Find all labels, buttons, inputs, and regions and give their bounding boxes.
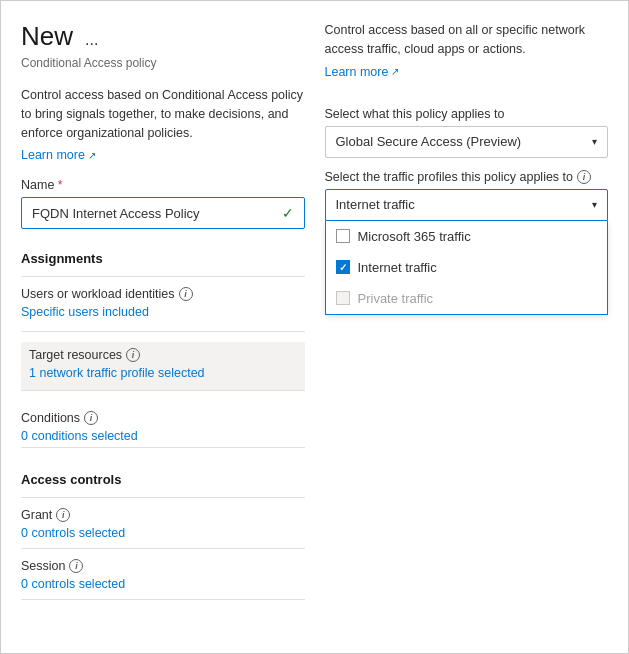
access-controls-divider bbox=[21, 447, 305, 448]
grant-label: Grant i bbox=[21, 508, 305, 522]
target-info-icon[interactable]: i bbox=[126, 348, 140, 362]
grant-value-link[interactable]: 0 controls selected bbox=[21, 526, 305, 540]
bottom-divider bbox=[21, 599, 305, 600]
ellipsis-menu[interactable]: ... bbox=[85, 31, 98, 49]
target-label: Target resources i bbox=[29, 348, 297, 362]
left-description: Control access based on Conditional Acce… bbox=[21, 86, 305, 142]
access-controls-section: Access controls Grant i 0 controls selec… bbox=[21, 468, 305, 610]
target-divider bbox=[21, 331, 305, 332]
traffic-dropdown[interactable]: Internet traffic ▾ bbox=[325, 189, 609, 221]
users-section: Users or workload identities i Specific … bbox=[21, 287, 305, 323]
session-section: Session i 0 controls selected bbox=[21, 559, 305, 591]
target-section: Target resources i 1 network traffic pro… bbox=[21, 342, 305, 390]
required-indicator: * bbox=[58, 178, 63, 192]
microsoft-365-traffic-option[interactable]: Microsoft 365 traffic bbox=[326, 221, 608, 252]
assignments-title: Assignments bbox=[21, 247, 305, 266]
name-field-label: Name * bbox=[21, 178, 305, 192]
right-learn-more-link[interactable]: Learn more ↗ bbox=[325, 65, 609, 79]
conditions-label: Conditions i bbox=[21, 411, 305, 425]
applies-to-chevron-icon: ▾ bbox=[592, 136, 597, 147]
page-title: New bbox=[21, 21, 73, 52]
traffic-chevron-icon: ▾ bbox=[592, 199, 597, 210]
internet-traffic-option[interactable]: Internet traffic bbox=[326, 252, 608, 283]
right-description: Control access based on all or specific … bbox=[325, 21, 609, 59]
left-panel: New ... Conditional Access policy Contro… bbox=[21, 21, 305, 643]
session-info-icon[interactable]: i bbox=[69, 559, 83, 573]
users-value-link[interactable]: Specific users included bbox=[21, 305, 305, 319]
private-traffic-checkbox bbox=[336, 291, 350, 305]
valid-checkmark-icon: ✓ bbox=[282, 205, 294, 221]
left-learn-more-link[interactable]: Learn more ↗ bbox=[21, 148, 305, 162]
grant-info-icon[interactable]: i bbox=[56, 508, 70, 522]
right-external-link-icon: ↗ bbox=[391, 66, 399, 77]
external-link-icon: ↗ bbox=[88, 150, 96, 161]
right-panel: Control access based on all or specific … bbox=[325, 21, 609, 643]
microsoft-365-checkbox[interactable] bbox=[336, 229, 350, 243]
session-label: Session i bbox=[21, 559, 305, 573]
conditions-section: Conditions i 0 conditions selected bbox=[21, 411, 305, 447]
traffic-dropdown-menu: Microsoft 365 traffic Internet traffic P… bbox=[325, 221, 609, 315]
session-divider bbox=[21, 548, 305, 549]
assignments-divider bbox=[21, 276, 305, 277]
traffic-info-icon[interactable]: i bbox=[577, 170, 591, 184]
applies-to-label: Select what this policy applies to bbox=[325, 107, 609, 121]
grant-divider bbox=[21, 497, 305, 498]
users-info-icon[interactable]: i bbox=[179, 287, 193, 301]
private-traffic-option: Private traffic bbox=[326, 283, 608, 314]
name-input[interactable]: FQDN Internet Access Policy ✓ bbox=[21, 197, 305, 229]
traffic-profiles-label: Select the traffic profiles this policy … bbox=[325, 170, 609, 184]
conditions-divider bbox=[21, 390, 305, 391]
target-value-link[interactable]: 1 network traffic profile selected bbox=[29, 366, 297, 380]
applies-to-dropdown[interactable]: Global Secure Access (Preview) ▾ bbox=[325, 126, 609, 158]
users-label: Users or workload identities i bbox=[21, 287, 305, 301]
grant-section: Grant i 0 controls selected bbox=[21, 508, 305, 540]
access-controls-title: Access controls bbox=[21, 468, 305, 487]
page-subtitle: Conditional Access policy bbox=[21, 56, 305, 70]
main-window: New ... Conditional Access policy Contro… bbox=[0, 0, 629, 654]
session-value-link[interactable]: 0 controls selected bbox=[21, 577, 305, 591]
conditions-info-icon[interactable]: i bbox=[84, 411, 98, 425]
conditions-value-link[interactable]: 0 conditions selected bbox=[21, 429, 305, 443]
internet-traffic-checkbox[interactable] bbox=[336, 260, 350, 274]
